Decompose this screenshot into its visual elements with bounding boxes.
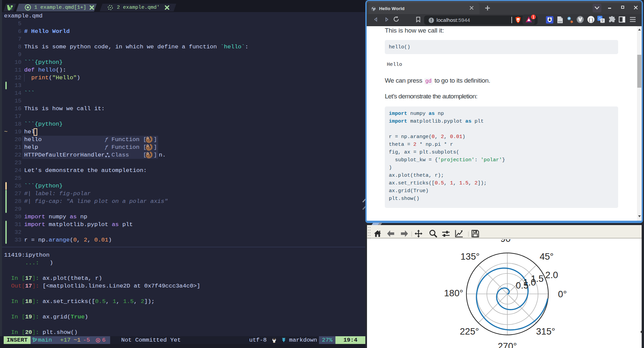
svg-text:2.0: 2.0 xyxy=(545,270,558,280)
svg-text:270°: 270° xyxy=(498,341,517,348)
svg-text:225°: 225° xyxy=(460,326,479,337)
svg-text:1.5: 1.5 xyxy=(531,273,544,284)
svg-text:0°: 0° xyxy=(558,289,567,299)
svg-text:180°: 180° xyxy=(444,288,463,298)
svg-text:90°: 90° xyxy=(500,239,514,244)
svg-text:135°: 135° xyxy=(461,251,480,262)
svg-text:315°: 315° xyxy=(536,326,555,337)
svg-text:(): () xyxy=(588,17,594,23)
svg-text:文: 文 xyxy=(601,19,604,23)
svg-text:45°: 45° xyxy=(540,251,554,262)
